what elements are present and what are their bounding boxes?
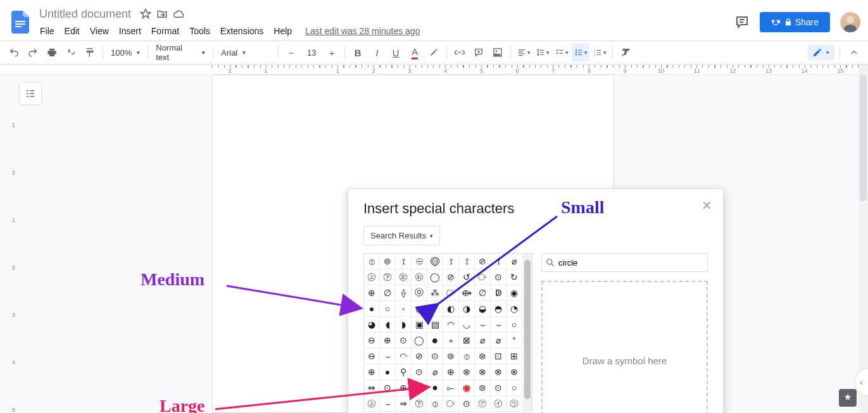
char-cell[interactable]: ㊧ xyxy=(396,269,412,285)
char-cell[interactable]: ● xyxy=(427,333,443,348)
char-cell[interactable]: ⌀ xyxy=(506,254,522,269)
print-button[interactable] xyxy=(43,44,61,61)
char-cell[interactable]: ⌀ xyxy=(491,333,506,348)
char-cell[interactable]: ∅ xyxy=(475,285,491,301)
menu-edit[interactable]: Edit xyxy=(60,23,84,39)
char-cell[interactable]: ◠ xyxy=(443,317,459,333)
char-cell[interactable]: ⊙ xyxy=(427,348,443,364)
numbered-list-button[interactable]: 123 xyxy=(591,44,608,61)
hide-menus-button[interactable] xyxy=(845,44,863,61)
char-cell[interactable]: ⌣ xyxy=(380,348,396,364)
char-cell[interactable]: ⇔ xyxy=(364,380,380,396)
char-cell[interactable]: ⦶ xyxy=(364,254,380,269)
char-cell[interactable]: ⌀ xyxy=(475,333,491,348)
last-edit-link[interactable]: Last edit was 28 minutes ago xyxy=(305,26,420,36)
style-select[interactable]: Normal text xyxy=(152,45,209,60)
star-icon[interactable] xyxy=(140,8,151,20)
char-cell[interactable]: ⇒ xyxy=(396,396,412,412)
explore-button[interactable] xyxy=(839,389,857,407)
char-cell[interactable]: ⌣ xyxy=(380,396,396,412)
char-cell[interactable]: ⧃ xyxy=(443,285,459,301)
insert-image-button[interactable] xyxy=(489,44,506,61)
char-cell[interactable]: ⟜ xyxy=(443,380,459,396)
char-cell[interactable]: ⊡ xyxy=(491,348,506,364)
char-cell[interactable]: ⊖ xyxy=(364,348,380,364)
char-cell[interactable]: ° xyxy=(506,333,522,348)
zoom-select[interactable]: 100% xyxy=(107,45,144,60)
menu-file[interactable]: File xyxy=(35,23,59,39)
font-size-decrease[interactable]: − xyxy=(282,44,300,61)
close-icon[interactable]: ✕ xyxy=(699,198,714,213)
vertical-scrollbar-track[interactable] xyxy=(859,65,868,413)
char-cell[interactable]: ㋐ xyxy=(475,396,491,412)
align-button[interactable] xyxy=(515,44,532,61)
doc-title[interactable]: Untitled document xyxy=(35,6,135,22)
highlight-button[interactable] xyxy=(425,44,443,61)
char-cell[interactable]: ㊦ xyxy=(412,396,427,412)
char-cell[interactable]: ⌣ xyxy=(475,317,491,333)
redo-button[interactable] xyxy=(24,44,42,61)
char-cell[interactable]: ◐ xyxy=(443,301,459,317)
add-comment-button[interactable] xyxy=(470,44,487,61)
char-cell[interactable]: ⊗ xyxy=(459,364,475,380)
char-cell[interactable]: ◕ xyxy=(364,317,380,333)
menu-view[interactable]: View xyxy=(85,23,113,39)
vertical-scrollbar-thumb[interactable] xyxy=(860,75,867,201)
char-cell[interactable]: ◠ xyxy=(396,348,412,364)
char-cell[interactable]: ⊛ xyxy=(475,348,491,364)
char-cell[interactable]: ◦ xyxy=(396,301,412,317)
menu-extensions[interactable]: Extensions xyxy=(216,23,268,39)
char-cell[interactable]: ㋒ xyxy=(506,396,522,412)
line-spacing-button[interactable] xyxy=(534,44,551,61)
text-color-button[interactable]: A xyxy=(406,44,424,61)
char-cell[interactable]: ⊚ xyxy=(475,380,491,396)
char-cell[interactable]: ⟴ xyxy=(459,285,475,301)
char-cell[interactable]: ◯ xyxy=(412,333,427,348)
vertical-ruler[interactable]: 12123456789 xyxy=(0,75,18,413)
char-cell[interactable]: ⊘ xyxy=(443,269,459,285)
char-cell[interactable]: ● xyxy=(364,301,380,317)
bold-button[interactable]: B xyxy=(349,44,367,61)
char-cell[interactable]: ⧂ xyxy=(475,269,491,285)
char-cell[interactable]: ⊞ xyxy=(506,348,522,364)
char-cell[interactable]: ↺ xyxy=(459,269,475,285)
char-cell[interactable]: ⦶ xyxy=(427,396,443,412)
underline-button[interactable]: U xyxy=(387,44,405,61)
font-size-input[interactable]: 13 xyxy=(301,47,322,58)
char-cell[interactable]: ◡ xyxy=(459,317,475,333)
undo-button[interactable] xyxy=(5,44,23,61)
char-cell[interactable]: ⊗ xyxy=(491,364,506,380)
char-cell[interactable]: ⊕ xyxy=(396,380,412,396)
char-cell[interactable]: ⦶ xyxy=(459,348,475,364)
char-cell[interactable]: ⊗ xyxy=(475,364,491,380)
char-cell[interactable]: ○ xyxy=(506,380,522,396)
char-cell[interactable]: ⊕ xyxy=(364,364,380,380)
char-cell[interactable]: ⟟ xyxy=(491,254,506,269)
avatar[interactable] xyxy=(840,12,860,32)
char-cell[interactable]: ◯ xyxy=(427,269,443,285)
char-cell[interactable]: ↁ xyxy=(491,285,506,301)
char-cell[interactable]: ◖ xyxy=(380,317,396,333)
char-cell[interactable]: ㊦ xyxy=(380,269,396,285)
char-cell[interactable]: ◉ xyxy=(459,380,475,396)
char-cell[interactable]: ⟟ xyxy=(459,254,475,269)
char-cell[interactable]: ◒ xyxy=(475,301,491,317)
char-cell[interactable]: ∘ xyxy=(443,333,459,348)
checklist-button[interactable] xyxy=(553,44,570,61)
spellcheck-button[interactable] xyxy=(62,44,80,61)
comments-icon[interactable] xyxy=(734,15,750,30)
char-cell[interactable]: ⊘ xyxy=(412,348,427,364)
char-cell[interactable]: ⊚ xyxy=(443,348,459,364)
docs-logo-icon[interactable] xyxy=(8,9,33,35)
char-cell[interactable]: ㋑ xyxy=(491,396,506,412)
char-cell[interactable]: ⨷ xyxy=(427,254,443,269)
char-cell[interactable]: ○ xyxy=(506,317,522,333)
draw-symbol-area[interactable]: Draw a symbol here xyxy=(541,281,708,413)
char-cell[interactable]: ㊨ xyxy=(412,269,427,285)
char-cell[interactable]: ◓ xyxy=(491,301,506,317)
char-cell[interactable]: ⊙ xyxy=(459,396,475,412)
char-cell[interactable]: ⊕ xyxy=(443,364,459,380)
char-cell[interactable]: ⟟ xyxy=(443,254,459,269)
editing-mode-button[interactable]: ▾ xyxy=(807,45,834,60)
category-select[interactable]: Search Results xyxy=(363,226,440,245)
